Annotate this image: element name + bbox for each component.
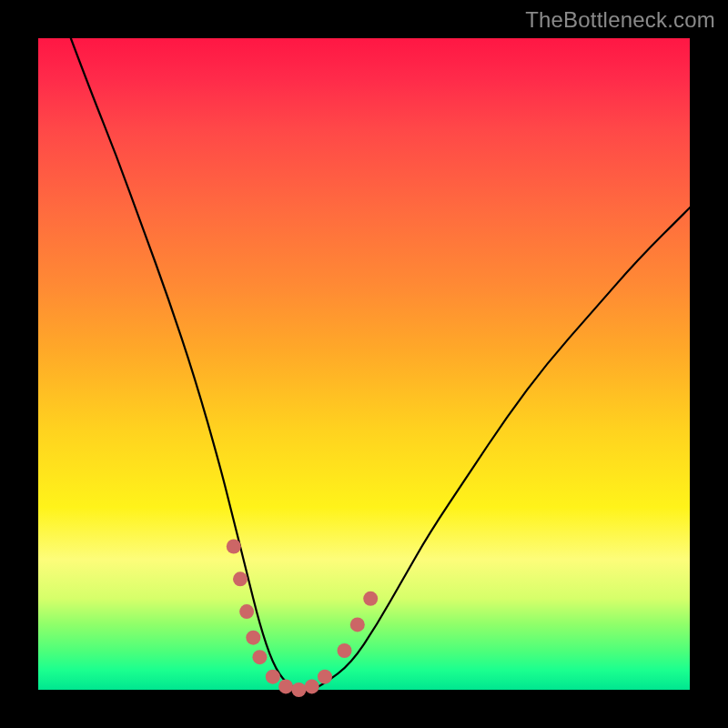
bottleneck-curve-svg: [38, 38, 690, 690]
marker-left-cluster: [252, 650, 267, 664]
marker-right-cluster: [363, 592, 378, 606]
chart-frame: TheBottleneck.com: [0, 0, 728, 728]
marker-valley: [291, 682, 306, 697]
marker-valley: [266, 670, 280, 684]
marker-valley: [318, 670, 332, 684]
bottleneck-curve: [71, 38, 690, 690]
marker-right-cluster: [350, 617, 365, 632]
marker-left-cluster: [233, 571, 248, 586]
marker-left-cluster: [239, 604, 254, 619]
marker-left-cluster: [246, 631, 260, 645]
marker-left-cluster: [227, 540, 241, 554]
marker-group: [227, 540, 378, 698]
marker-right-cluster: [338, 643, 352, 658]
attribution-watermark: TheBottleneck.com: [525, 7, 715, 33]
marker-valley: [278, 679, 293, 693]
plot-area: [38, 38, 690, 690]
marker-valley: [305, 679, 319, 693]
